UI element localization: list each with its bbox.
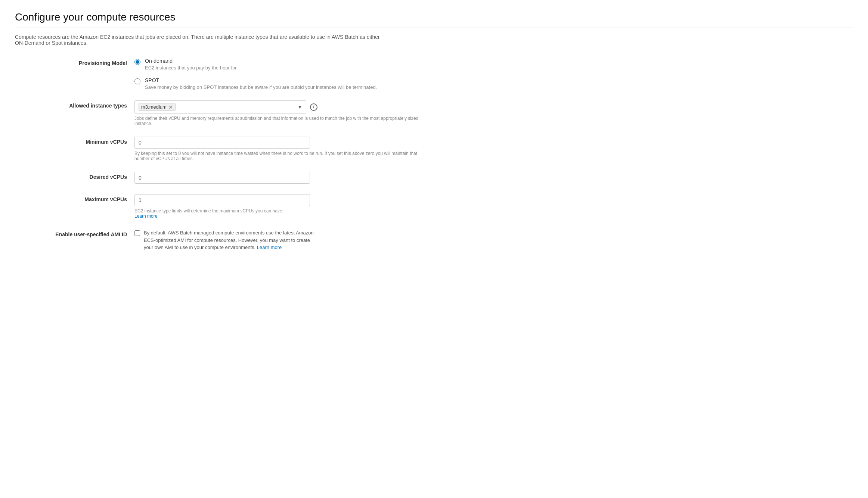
spot-description: Save money by bidding on SPOT instances … <box>145 84 377 90</box>
maximum-vcpus-input[interactable] <box>134 194 310 206</box>
provisioning-model-label: Provisioning Model <box>15 58 134 66</box>
allowed-instance-types-label: Allowed instance types <box>15 100 134 109</box>
minimum-vcpus-row: Minimum vCPUs By keeping this set to 0 y… <box>15 137 853 161</box>
provisioning-model-row: Provisioning Model On-demand EC2 instanc… <box>15 58 853 90</box>
page-divider <box>15 28 853 28</box>
ami-id-label: Enable user-specified AMI ID <box>15 229 134 237</box>
instance-type-tag: m3.medium ✕ <box>139 103 176 111</box>
instance-types-wrapper: m3.medium ✕ ▼ i <box>134 100 433 113</box>
radio-spot[interactable] <box>134 78 140 84</box>
instance-types-hint: Jobs define their vCPU and memory requir… <box>134 116 433 126</box>
minimum-vcpus-hint: By keeping this set to 0 you will not ha… <box>134 151 433 161</box>
on-demand-label: On-demand <box>145 58 238 64</box>
on-demand-description: EC2 instances that you pay by the hour f… <box>145 65 238 71</box>
maximum-vcpus-content: EC2 instance type limits will determine … <box>134 194 433 219</box>
maximum-vcpus-row: Maximum vCPUs EC2 instance type limits w… <box>15 194 853 219</box>
select-dropdown-arrow: ▼ <box>295 105 302 110</box>
ami-id-checkbox-wrapper: By default, AWS Batch managed compute en… <box>134 229 433 251</box>
desired-vcpus-content <box>134 172 433 184</box>
instance-type-tag-label: m3.medium <box>141 104 167 110</box>
ami-id-content: By default, AWS Batch managed compute en… <box>134 229 433 251</box>
ami-id-description: By default, AWS Batch managed compute en… <box>144 229 316 251</box>
radio-on-demand[interactable] <box>134 59 140 65</box>
page-title: Configure your compute resources <box>15 11 853 23</box>
provisioning-model-radio-group: On-demand EC2 instances that you pay by … <box>134 58 433 90</box>
page-description: Compute resources are the Amazon EC2 ins… <box>15 34 388 46</box>
instance-types-select[interactable]: m3.medium ✕ ▼ <box>134 100 306 113</box>
info-icon[interactable]: i <box>310 103 317 111</box>
minimum-vcpus-label: Minimum vCPUs <box>15 137 134 145</box>
desired-vcpus-row: Desired vCPUs <box>15 172 853 184</box>
ami-id-learn-more-link[interactable]: Learn more <box>257 245 282 250</box>
desired-vcpus-label: Desired vCPUs <box>15 172 134 180</box>
spot-label: SPOT <box>145 77 377 83</box>
maximum-vcpus-learn-more-link[interactable]: Learn more <box>134 214 157 219</box>
radio-option-on-demand[interactable]: On-demand EC2 instances that you pay by … <box>134 58 433 71</box>
minimum-vcpus-input[interactable] <box>134 137 310 149</box>
maximum-vcpus-hint: EC2 instance type limits will determine … <box>134 208 433 219</box>
ami-id-checkbox[interactable] <box>134 230 140 236</box>
allowed-instance-types-content: m3.medium ✕ ▼ i Jobs define their vCPU a… <box>134 100 433 126</box>
radio-option-spot[interactable]: SPOT Save money by bidding on SPOT insta… <box>134 77 433 90</box>
desired-vcpus-input[interactable] <box>134 172 310 184</box>
minimum-vcpus-content: By keeping this set to 0 you will not ha… <box>134 137 433 161</box>
ami-id-row: Enable user-specified AMI ID By default,… <box>15 229 853 251</box>
form-section: Provisioning Model On-demand EC2 instanc… <box>15 58 853 262</box>
maximum-vcpus-label: Maximum vCPUs <box>15 194 134 202</box>
allowed-instance-types-row: Allowed instance types m3.medium ✕ ▼ i J… <box>15 100 853 126</box>
instance-type-tag-remove[interactable]: ✕ <box>168 105 173 110</box>
provisioning-model-content: On-demand EC2 instances that you pay by … <box>134 58 433 90</box>
